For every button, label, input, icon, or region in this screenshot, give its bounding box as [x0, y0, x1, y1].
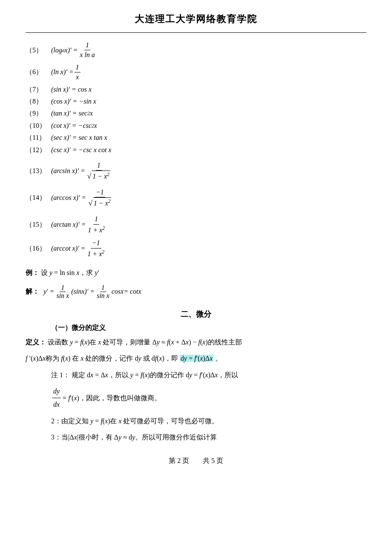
formula-13-num: （13） [26, 166, 51, 176]
formula-15: （15） (arctan x)′ = 1 1 + x2 [26, 214, 366, 235]
formula-7: （7） (sin x)′ = cos x [26, 85, 366, 94]
formula-16-num: （16） [26, 244, 51, 253]
formula-9-expr: (tan x)′ = sec2 x [51, 109, 93, 118]
solution-row: 解： y′ = 1 sin x (sin x)′ = 1 sin x cos x… [26, 284, 366, 300]
formula-9-num: （9） [26, 109, 51, 118]
solution-label: 解： [26, 287, 39, 296]
formula-10: （10） (cot x)′ = −csc2 x [26, 121, 366, 130]
formula-6-num: （6） [26, 67, 51, 77]
total-pages: 共 5 页 [203, 457, 223, 464]
header-divider [26, 32, 366, 33]
definition-cont-text: f ′(x)Δx称为 f(x) 在 x 处的微分，记作 dy 或 df(x)，即 [26, 355, 178, 362]
note3-text: 3：当|Δx|很小时，有 Δy ≈ dy。所以可用微分作近似计算 [51, 434, 217, 441]
definition-text: 设函数 y = f(x)在 x 处可导，则增量 Δy ≈ f(x + Δx) −… [48, 338, 242, 346]
formula-12: （12） (csc x)′ = −csc x cot x [26, 145, 366, 155]
formula-6-expr: (ln x)′ = 1 x [51, 63, 81, 82]
definition-para: 定义： 设函数 y = f(x)在 x 处可导，则增量 Δy ≈ f(x + Δ… [26, 336, 366, 349]
formula-16-expr: (arc cot x)′ = −1 1 + x2 [51, 238, 107, 259]
formula-9: （9） (tan x)′ = sec2 x [26, 109, 366, 118]
formulas-section: （5） (loga x)′ = 1 x ln a （6） (ln x)′ = 1… [26, 40, 366, 259]
note1-frac-para: dy dx = f′(x)，因此，导数也叫做微商。 [51, 385, 366, 411]
definition-end: 。 [215, 355, 222, 362]
page-number: 第 2 页 [169, 457, 189, 464]
formula-8-expr: (cos x)′ = −sin x [51, 97, 96, 106]
solution-expr: y′ = 1 sin x (sin x)′ = 1 sin x cos x = … [43, 284, 141, 300]
formula-15-expr: (arctan x)′ = 1 1 + x2 [51, 214, 107, 235]
note1-para: 注 1： 规定 dx = Δx，所以 y = f(x)的微分记作 dy = f′… [51, 369, 366, 382]
formula-11: （11） (sec x)′ = sec x tan x [26, 133, 366, 142]
formula-14: （14） (arccos x)′ = −1 √ 1 − x2 [26, 188, 366, 208]
formula-15-num: （15） [26, 220, 51, 229]
note2-text: 2：由定义知 y = f(x)在 x 处可微必可导，可导也必可微。 [51, 417, 219, 425]
formula-7-expr: (sin x)′ = cos x [51, 85, 92, 94]
definition-label: 定义： [26, 338, 46, 346]
formula-6: （6） (ln x)′ = 1 x [26, 63, 366, 82]
definition-cont-para: f ′(x)Δx称为 f(x) 在 x 处的微分，记作 dy 或 df(x)，即… [26, 352, 366, 365]
section2-title: 二、微分 [26, 309, 366, 319]
page-footer: 第 2 页 共 5 页 [26, 457, 366, 465]
formula-11-expr: (sec x)′ = sec x tan x [51, 133, 107, 142]
formula-13: （13） (arcsin x)′ = 1 √ 1 − x2 [26, 161, 366, 182]
formula-7-num: （7） [26, 85, 51, 94]
example-text: 设 y = ln sin x，求 y′ [41, 269, 99, 276]
formula-14-num: （14） [26, 193, 51, 202]
formula-12-num: （12） [26, 145, 51, 155]
formula-5-num: （5） [26, 46, 51, 55]
formula-10-expr: (cot x)′ = −csc2 x [51, 121, 97, 130]
example-statement: 例： 设 y = ln sin x，求 y′ [26, 266, 366, 279]
formula-5: （5） (loga x)′ = 1 x ln a [26, 40, 366, 60]
page-header: 大连理工大学网络教育学院 [26, 9, 366, 29]
example-label: 例： [26, 269, 39, 276]
note1-text: 注 1： 规定 dx = Δx，所以 y = f(x)的微分记作 dy = f′… [51, 371, 238, 379]
formula-16: （16） (arc cot x)′ = −1 1 + x2 [26, 238, 366, 259]
highlight-formula: dy = f′(x)Δx [180, 355, 213, 362]
formula-8: （8） (cos x)′ = −sin x [26, 97, 366, 106]
formula-11-num: （11） [26, 133, 51, 142]
note3-para: 3：当|Δx|很小时，有 Δy ≈ dy。所以可用微分作近似计算 [51, 431, 366, 444]
example-block: 例： 设 y = ln sin x，求 y′ 解： y′ = 1 sin x (… [26, 266, 366, 299]
formula-10-num: （10） [26, 121, 51, 130]
formula-8-num: （8） [26, 97, 51, 106]
formula-12-expr: (csc x)′ = −csc x cot x [51, 145, 111, 155]
section2: 二、微分 （一）微分的定义 定义： 设函数 y = f(x)在 x 处可导，则增… [26, 309, 366, 444]
formula-13-expr: (arcsin x)′ = 1 √ 1 − x2 [51, 161, 112, 182]
formula-14-expr: (arccos x)′ = −1 √ 1 − x2 [51, 188, 113, 208]
subsection1-title: （一）微分的定义 [51, 324, 366, 332]
note2-para: 2：由定义知 y = f(x)在 x 处可微必可导，可导也必可微。 [51, 415, 366, 428]
note1-frac-text: = f′(x)，因此，导数也叫做微商。 [63, 392, 161, 405]
formula-5-expr: (loga x)′ = 1 x ln a [51, 40, 97, 60]
